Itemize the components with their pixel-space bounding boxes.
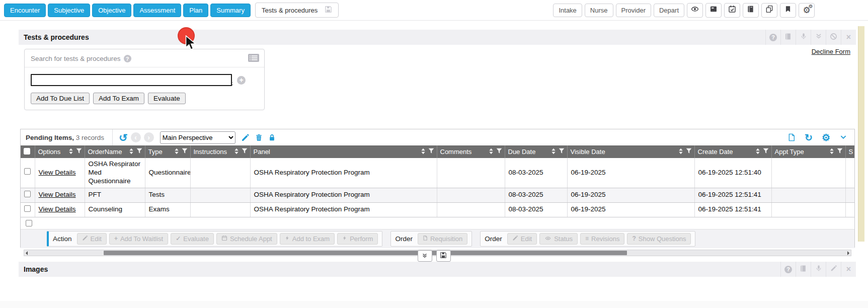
provider-button[interactable]: Provider: [616, 4, 651, 17]
lock-icon[interactable]: [268, 133, 276, 142]
list-view-icon[interactable]: [248, 54, 259, 64]
copy-button[interactable]: [761, 3, 777, 18]
previous-icon[interactable]: ‹: [131, 132, 141, 142]
book-button[interactable]: [780, 30, 796, 45]
save-button[interactable]: [436, 250, 451, 262]
add-to-due-list-button[interactable]: Add To Due List: [31, 93, 90, 104]
row-checkbox[interactable]: [24, 168, 31, 175]
sort-icon[interactable]: [489, 148, 494, 156]
status-button[interactable]: Status: [539, 233, 578, 245]
select-all-checkbox[interactable]: [24, 148, 30, 155]
sort-icon[interactable]: [421, 148, 426, 156]
view-details-link[interactable]: View Details: [39, 191, 76, 198]
filter-icon[interactable]: [763, 148, 769, 156]
filter-icon[interactable]: [559, 148, 565, 156]
add-circle-icon[interactable]: +: [237, 76, 246, 85]
show-questions-button[interactable]: ? Show Questions: [627, 233, 691, 245]
row-checkbox[interactable]: [24, 191, 31, 197]
sort-icon[interactable]: [68, 148, 73, 156]
book-button[interactable]: [796, 262, 811, 277]
sort-icon[interactable]: [129, 148, 134, 156]
filter-icon[interactable]: [686, 148, 692, 156]
dictate-button[interactable]: [811, 262, 826, 277]
tab-objective[interactable]: Objective: [92, 4, 131, 17]
tab-plan[interactable]: Plan: [183, 4, 208, 17]
filter-icon[interactable]: [496, 148, 502, 156]
refresh-icon[interactable]: ↻: [805, 133, 813, 142]
schedule-appt-button[interactable]: Schedule Appt: [216, 233, 277, 245]
add-to-waitlist-button[interactable]: + Add To Waitlist: [109, 233, 168, 245]
sort-icon[interactable]: [174, 148, 179, 156]
expand-more-button[interactable]: [418, 250, 432, 262]
new-document-icon[interactable]: [787, 133, 796, 142]
tab-summary[interactable]: Summary: [210, 4, 251, 17]
sort-icon[interactable]: [234, 148, 239, 156]
filter-icon[interactable]: [428, 148, 434, 156]
edit-perspective-icon[interactable]: [241, 133, 250, 142]
archive-button[interactable]: [705, 3, 722, 18]
column-header-instructions[interactable]: Instructions: [190, 145, 250, 158]
close-button[interactable]: ×: [841, 30, 856, 45]
column-header-options[interactable]: Options: [35, 145, 85, 158]
filter-icon[interactable]: [242, 148, 248, 156]
depart-button[interactable]: Depart: [654, 4, 684, 17]
row-checkbox[interactable]: [24, 205, 31, 212]
close-button[interactable]: ×: [841, 262, 856, 277]
filter-icon[interactable]: [136, 148, 142, 156]
help-button[interactable]: ?: [765, 30, 780, 45]
filter-icon[interactable]: [76, 148, 82, 156]
revisions-button[interactable]: ≡ Revisions: [580, 233, 624, 245]
filter-icon[interactable]: [837, 148, 843, 156]
perform-button[interactable]: Perform: [337, 233, 378, 245]
column-header-appt-type[interactable]: Appt Type: [771, 145, 845, 158]
requisition-button[interactable]: Requisition: [418, 233, 467, 245]
collapse-button[interactable]: [811, 30, 826, 45]
decline-form-link[interactable]: Decline Form: [812, 48, 850, 55]
delete-perspective-icon[interactable]: [255, 133, 263, 142]
tab-tests-procedures-active[interactable]: Tests & procedures: [255, 3, 339, 18]
sort-icon[interactable]: [755, 148, 760, 156]
column-header-ordername[interactable]: OrderName: [85, 145, 145, 158]
sort-icon[interactable]: [829, 148, 834, 156]
search-input[interactable]: [31, 74, 232, 86]
order-edit-button[interactable]: Edit: [507, 233, 537, 245]
chevron-down-icon[interactable]: [839, 134, 847, 141]
perspective-select[interactable]: Main Perspective: [160, 131, 235, 144]
column-header-type[interactable]: Type: [145, 145, 190, 158]
next-icon[interactable]: ›: [144, 132, 154, 142]
bookmark-button[interactable]: [780, 3, 796, 18]
column-header-cutoff[interactable]: S: [845, 145, 854, 158]
column-header-create-date[interactable]: Create Date: [694, 145, 771, 158]
view-details-link[interactable]: View Details: [39, 205, 76, 213]
dictate-button[interactable]: [796, 30, 811, 45]
note-strip[interactable]: [858, 26, 864, 242]
column-header-due-date[interactable]: Due Date: [505, 145, 567, 158]
eye-button[interactable]: [687, 3, 703, 18]
evaluate-button[interactable]: ✓ Evaluate: [171, 233, 214, 245]
view-details-link[interactable]: View Details: [39, 169, 76, 176]
nurse-button[interactable]: Nurse: [585, 4, 613, 17]
edit-button[interactable]: [826, 262, 841, 277]
help-button[interactable]: ?: [780, 262, 796, 277]
sort-icon[interactable]: [551, 148, 556, 156]
filter-icon[interactable]: [182, 148, 188, 156]
save-icon[interactable]: [325, 6, 332, 15]
column-header-visible-date[interactable]: Visible Date: [567, 145, 694, 158]
column-header-panel[interactable]: Panel: [250, 145, 437, 158]
column-header-comments[interactable]: Comments: [437, 145, 505, 158]
tab-assessment[interactable]: Assessment: [133, 4, 181, 17]
tab-encounter[interactable]: Encounter: [4, 4, 46, 17]
book-button[interactable]: [743, 3, 759, 18]
gear-icon[interactable]: ⚙: [822, 133, 830, 142]
add-to-exam-button[interactable]: Add to Exam: [280, 233, 335, 245]
settings-button[interactable]: ⚙⚙: [799, 3, 815, 18]
help-icon[interactable]: ?: [124, 55, 131, 62]
row-checkbox[interactable]: [26, 220, 32, 226]
disable-button[interactable]: [826, 30, 841, 45]
undo-icon[interactable]: ↺: [119, 132, 128, 143]
sort-icon[interactable]: [678, 148, 683, 156]
tab-subjective[interactable]: Subjective: [48, 4, 90, 17]
calendar-button[interactable]: [724, 3, 740, 18]
add-to-exam-button[interactable]: Add To Exam: [93, 93, 144, 104]
edit-button[interactable]: Edit: [77, 233, 107, 245]
